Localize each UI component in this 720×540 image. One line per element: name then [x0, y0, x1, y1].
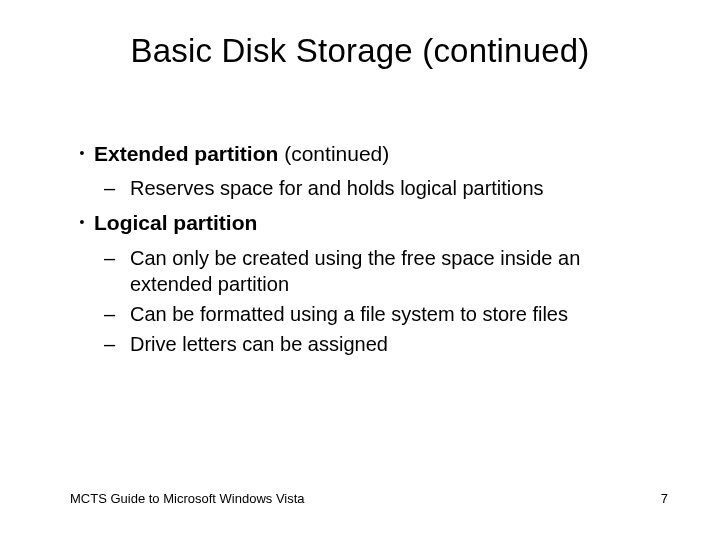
bullet-item: • Extended partition (continued) — [70, 140, 660, 167]
dash-icon: – — [100, 175, 130, 201]
bullet-dot-icon: • — [70, 140, 94, 167]
bullet-bold: Logical partition — [94, 211, 257, 234]
bullet-item: • Logical partition — [70, 209, 660, 236]
sub-bullet-item: – Reserves space for and holds logical p… — [100, 175, 660, 201]
sub-bullet-item: – Can only be created using the free spa… — [100, 245, 660, 297]
sub-bullet-item: – Drive letters can be assigned — [100, 331, 660, 357]
slide-body: • Extended partition (continued) – Reser… — [70, 140, 660, 361]
dash-icon: – — [100, 331, 130, 357]
dash-icon: – — [100, 301, 130, 327]
footer-text: MCTS Guide to Microsoft Windows Vista — [70, 491, 305, 506]
bullet-text: Extended partition (continued) — [94, 140, 660, 167]
bullet-dot-icon: • — [70, 209, 94, 236]
slide: Basic Disk Storage (continued) • Extende… — [0, 0, 720, 540]
bullet-bold: Extended partition — [94, 142, 278, 165]
bullet-text: Logical partition — [94, 209, 660, 236]
sub-bullet-text: Can only be created using the free space… — [130, 245, 660, 297]
sub-bullet-text: Reserves space for and holds logical par… — [130, 175, 660, 201]
bullet-rest: (continued) — [278, 142, 389, 165]
sub-bullet-text: Drive letters can be assigned — [130, 331, 660, 357]
sub-bullet-text: Can be formatted using a file system to … — [130, 301, 660, 327]
slide-title: Basic Disk Storage (continued) — [0, 32, 720, 70]
page-number: 7 — [661, 491, 668, 506]
sub-bullet-item: – Can be formatted using a file system t… — [100, 301, 660, 327]
dash-icon: – — [100, 245, 130, 297]
